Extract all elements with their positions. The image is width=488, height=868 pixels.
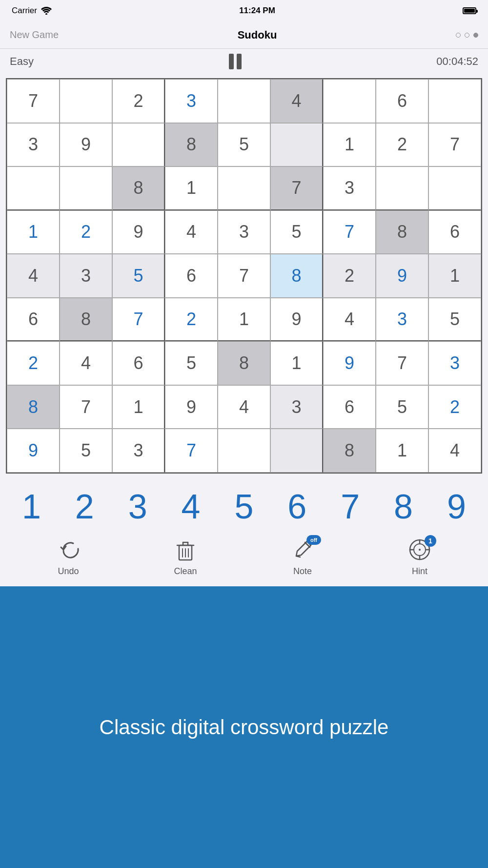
cell-r2c0[interactable] <box>7 166 60 210</box>
cell-r6c4[interactable]: 8 <box>218 341 270 385</box>
cell-r1c6[interactable]: 1 <box>323 123 376 167</box>
cell-r8c4[interactable] <box>218 429 270 473</box>
cell-r7c4[interactable]: 4 <box>218 385 270 429</box>
cell-r2c8[interactable] <box>428 166 481 210</box>
num-button-8[interactable]: 8 <box>382 487 426 526</box>
cell-r7c3[interactable]: 9 <box>165 385 218 429</box>
cell-r0c0[interactable]: 7 <box>7 79 60 123</box>
cell-r4c0[interactable]: 4 <box>7 254 60 298</box>
cell-r3c7[interactable]: 8 <box>376 210 428 254</box>
cell-r3c2[interactable]: 9 <box>112 210 165 254</box>
cell-r4c4[interactable]: 7 <box>218 254 270 298</box>
cell-r1c8[interactable]: 7 <box>428 123 481 167</box>
cell-r8c6[interactable]: 8 <box>323 429 376 473</box>
cell-r6c8[interactable]: 3 <box>428 341 481 385</box>
cell-r1c0[interactable]: 3 <box>7 123 60 167</box>
clean-button[interactable]: Clean <box>156 536 215 577</box>
cell-r7c8[interactable]: 2 <box>428 385 481 429</box>
cell-r3c8[interactable]: 6 <box>428 210 481 254</box>
cell-r1c4[interactable]: 5 <box>218 123 270 167</box>
cell-r5c5[interactable]: 9 <box>270 298 323 342</box>
cell-r4c8[interactable]: 1 <box>428 254 481 298</box>
cell-r8c5[interactable] <box>270 429 323 473</box>
nav-dot-2[interactable] <box>465 33 469 38</box>
cell-r3c6[interactable]: 7 <box>323 210 376 254</box>
cell-r4c2[interactable]: 5 <box>112 254 165 298</box>
cell-r1c7[interactable]: 2 <box>376 123 428 167</box>
num-button-7[interactable]: 7 <box>328 487 372 526</box>
cell-r8c7[interactable]: 1 <box>376 429 428 473</box>
cell-r5c6[interactable]: 4 <box>323 298 376 342</box>
nav-dot-3[interactable] <box>473 33 478 38</box>
cell-r8c0[interactable]: 9 <box>7 429 60 473</box>
cell-r0c5[interactable]: 4 <box>270 79 323 123</box>
cell-r0c1[interactable] <box>60 79 112 123</box>
num-button-2[interactable]: 2 <box>62 487 106 526</box>
cell-r3c3[interactable]: 4 <box>165 210 218 254</box>
hint-button[interactable]: 1 Hint <box>390 536 449 577</box>
cell-r6c5[interactable]: 1 <box>270 341 323 385</box>
cell-r2c6[interactable]: 3 <box>323 166 376 210</box>
cell-r2c3[interactable]: 1 <box>165 166 218 210</box>
num-button-5[interactable]: 5 <box>222 487 266 526</box>
cell-r1c5[interactable] <box>270 123 323 167</box>
cell-r7c1[interactable]: 7 <box>60 385 112 429</box>
num-button-3[interactable]: 3 <box>116 487 160 526</box>
cell-r3c0[interactable]: 1 <box>7 210 60 254</box>
cell-r5c2[interactable]: 7 <box>112 298 165 342</box>
cell-r4c3[interactable]: 6 <box>165 254 218 298</box>
cell-r0c7[interactable]: 6 <box>376 79 428 123</box>
pause-button[interactable] <box>229 54 242 69</box>
cell-r2c2[interactable]: 8 <box>112 166 165 210</box>
cell-r1c1[interactable]: 9 <box>60 123 112 167</box>
cell-r0c4[interactable] <box>218 79 270 123</box>
cell-r7c0[interactable]: 8 <box>7 385 60 429</box>
cell-r5c8[interactable]: 5 <box>428 298 481 342</box>
cell-r6c0[interactable]: 2 <box>7 341 60 385</box>
cell-r8c8[interactable]: 4 <box>428 429 481 473</box>
cell-r2c1[interactable] <box>60 166 112 210</box>
cell-r5c7[interactable]: 3 <box>376 298 428 342</box>
num-button-6[interactable]: 6 <box>275 487 319 526</box>
cell-r4c7[interactable]: 9 <box>376 254 428 298</box>
cell-r6c3[interactable]: 5 <box>165 341 218 385</box>
cell-r3c4[interactable]: 3 <box>218 210 270 254</box>
cell-r6c2[interactable]: 6 <box>112 341 165 385</box>
num-button-9[interactable]: 9 <box>434 487 478 526</box>
cell-r7c7[interactable]: 5 <box>376 385 428 429</box>
cell-r6c7[interactable]: 7 <box>376 341 428 385</box>
cell-r6c6[interactable]: 9 <box>323 341 376 385</box>
cell-r4c6[interactable]: 2 <box>323 254 376 298</box>
cell-r2c5[interactable]: 7 <box>270 166 323 210</box>
cell-r2c7[interactable] <box>376 166 428 210</box>
cell-r0c8[interactable] <box>428 79 481 123</box>
cell-r0c6[interactable] <box>323 79 376 123</box>
cell-r3c1[interactable]: 2 <box>60 210 112 254</box>
cell-r6c1[interactable]: 4 <box>60 341 112 385</box>
cell-r4c1[interactable]: 3 <box>60 254 112 298</box>
nav-dot-1[interactable] <box>456 33 461 38</box>
num-button-1[interactable]: 1 <box>9 487 53 526</box>
cell-r0c2[interactable]: 2 <box>112 79 165 123</box>
cell-r8c1[interactable]: 5 <box>60 429 112 473</box>
new-game-button[interactable]: New Game <box>10 29 59 41</box>
cell-r7c5[interactable]: 3 <box>270 385 323 429</box>
cell-r4c5[interactable]: 8 <box>270 254 323 298</box>
cell-r7c2[interactable]: 1 <box>112 385 165 429</box>
cell-r5c4[interactable]: 1 <box>218 298 270 342</box>
num-button-4[interactable]: 4 <box>169 487 213 526</box>
cell-r5c3[interactable]: 2 <box>165 298 218 342</box>
cell-r7c6[interactable]: 6 <box>323 385 376 429</box>
cell-r8c2[interactable]: 3 <box>112 429 165 473</box>
hint-icon: 1 <box>406 536 433 563</box>
cell-r1c2[interactable] <box>112 123 165 167</box>
cell-r5c1[interactable]: 8 <box>60 298 112 342</box>
note-button[interactable]: off Note <box>273 536 332 577</box>
cell-r1c3[interactable]: 8 <box>165 123 218 167</box>
cell-r5c0[interactable]: 6 <box>7 298 60 342</box>
cell-r8c3[interactable]: 7 <box>165 429 218 473</box>
cell-r3c5[interactable]: 5 <box>270 210 323 254</box>
undo-button[interactable]: Undo <box>39 536 98 577</box>
cell-r2c4[interactable] <box>218 166 270 210</box>
cell-r0c3[interactable]: 3 <box>165 79 218 123</box>
